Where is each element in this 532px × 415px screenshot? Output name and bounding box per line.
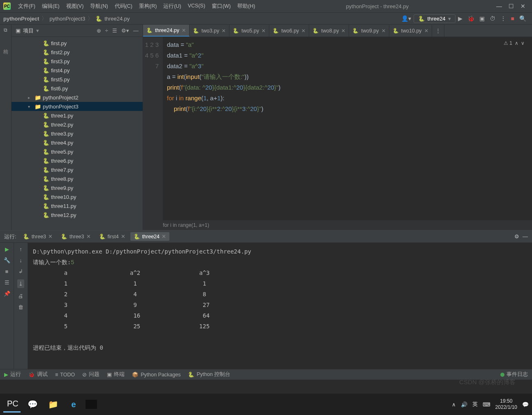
editor-tab[interactable]: 🐍three24.py✕ [143,25,190,37]
close-tab-icon[interactable]: ✕ [424,28,428,34]
tray-volume-icon[interactable]: 🔊 [461,401,467,408]
editor-breadcrumb[interactable]: for i in range(1, a+1) [143,220,532,230]
menu-item[interactable]: VCS(S) [185,2,208,11]
problems-indicator[interactable]: ⚠ 1∧∨ [504,40,525,46]
run-hide-icon[interactable]: — [523,233,528,240]
editor-tab[interactable]: 🐍two9.py✕ [349,25,389,37]
breadcrumb-item[interactable]: pythonProject3 [49,16,85,22]
debug-button[interactable]: 🐞 [467,15,474,22]
close-tab-icon[interactable]: ✕ [341,28,345,34]
py-file-item[interactable]: 🐍first.py [12,39,143,48]
down-icon[interactable]: ↓ [19,257,22,263]
hide-icon[interactable]: — [133,28,139,34]
project-tree[interactable]: 🐍first.py🐍first2.py🐍first3.py🐍first4.py🐍… [12,37,143,230]
more-tabs[interactable]: ⋮ [432,25,444,37]
stop-icon[interactable]: ■ [5,268,9,274]
close-tab-icon[interactable]: ✕ [301,28,305,34]
menu-item[interactable]: 视图(V) [63,2,87,11]
menu-item[interactable]: 运行(U) [160,2,184,11]
py-file-item[interactable]: 🐍three6.py [12,156,143,165]
close-tab-icon[interactable]: ✕ [261,28,266,34]
py-file-item[interactable]: 🐍three9.py [12,183,143,192]
python-console-bottom-tab[interactable]: 🐍Python 控制台 [188,371,230,378]
run-console[interactable]: D:\python\python.exe D:/pythonProject/py… [28,243,532,369]
problems-bottom-tab[interactable]: ⊘问题 [82,371,99,378]
profile-button[interactable]: ⏱ [490,15,495,22]
taskbar-edge[interactable]: e [65,396,82,413]
py-file-item[interactable]: 🐍three10.py [12,192,143,201]
py-file-item[interactable]: 🐍three5.py [12,147,143,156]
terminal-bottom-tab[interactable]: ▣终端 [107,371,125,378]
minimize-button[interactable]: — [496,3,502,9]
breadcrumb-item[interactable]: three24.py [104,16,130,22]
folder-item[interactable]: ▾📁pythonProject3 [12,102,143,111]
tray-expand-icon[interactable]: ∧ [452,401,456,408]
pin-icon[interactable]: 📌 [4,290,10,297]
settings-icon[interactable]: ⚙▾ [121,28,129,34]
py-file-item[interactable]: 🐍first4.py [12,66,143,75]
run-tab[interactable]: 🐍three3✕ [20,232,56,241]
debug-bottom-tab[interactable]: 🐞调试 [28,371,48,378]
run-config-selector[interactable]: 🐍three24▾ [414,14,455,23]
menu-item[interactable]: 重构(R) [136,2,160,11]
close-tab-icon[interactable]: ✕ [222,28,226,34]
delete-icon[interactable]: 🗑 [18,304,23,310]
run-button[interactable]: ▶ [458,15,463,22]
scroll-to-end-icon[interactable]: ⤓ [17,279,24,288]
menu-item[interactable]: 代码(C) [111,2,136,11]
collapse-all-icon[interactable]: ☰ [112,28,117,34]
project-tool-icon[interactable]: ⧉ [4,27,7,33]
py-file-item[interactable]: 🐍three12.py [12,210,143,219]
close-icon[interactable]: ✕ [86,233,91,240]
close-icon[interactable]: ✕ [162,233,166,240]
up-icon[interactable]: ↑ [19,246,22,252]
taskbar-wechat[interactable]: 💬 [24,396,41,413]
folder-item[interactable]: ▸📁pythonProject2 [12,93,143,102]
menu-item[interactable]: 帮助(H) [234,2,258,11]
event-log-tab[interactable]: 事件日志 [500,371,528,378]
taskbar-explorer[interactable]: 📁 [44,396,62,413]
code-editor[interactable]: 1 2 3 4 5 6 7 data = "a" data1 = "a^2" d… [143,37,532,220]
py-file-item[interactable]: 🐍fist6.py [12,84,143,93]
py-file-item[interactable]: 🐍three2.py [12,120,143,129]
rerun-icon[interactable]: ▶ [5,246,9,252]
close-button[interactable]: ✕ [520,3,525,9]
tray-ime[interactable]: 英 [472,401,478,408]
py-file-item[interactable]: 🐍three11.py [12,201,143,210]
editor-tab[interactable]: 🐍two6.py✕ [269,25,309,37]
menu-item[interactable]: 窗口(W) [208,2,234,11]
search-button[interactable]: 🔍 [519,15,526,22]
py-file-item[interactable]: 🐍first2.py [12,48,143,57]
print-icon[interactable]: 🖨 [18,293,23,299]
expand-all-icon[interactable]: ÷ [105,28,108,34]
close-tab-icon[interactable]: ✕ [382,28,386,34]
coverage-button[interactable]: ▣ [479,15,485,22]
wrench-icon[interactable]: 🔧 [4,257,10,263]
tray-keyboard-icon[interactable]: ⌨ [483,401,490,408]
editor-tab[interactable]: 🐍two10.py✕ [389,25,432,37]
py-file-item[interactable]: 🐍three1.py [12,111,143,120]
run-bottom-tab[interactable]: ▶运行 [4,371,21,378]
py-file-item[interactable]: 🐍three4.py [12,138,143,147]
user-icon[interactable]: 👤▾ [401,15,411,22]
python-packages-bottom-tab[interactable]: 📦Python Packages [132,371,180,378]
menu-item[interactable]: 文件(F) [15,2,39,11]
py-file-item[interactable]: 🐍three3.py [12,129,143,138]
py-file-item[interactable]: 🐍three8.py [12,174,143,183]
py-file-item[interactable]: 🐍first3.py [12,57,143,66]
filter-icon[interactable]: ☰ [5,279,9,286]
close-tab-icon[interactable]: ✕ [182,28,186,33]
breadcrumb-item[interactable]: pythonProject [3,16,39,22]
run-tab[interactable]: 🐍three24✕ [130,232,169,241]
taskbar-clock[interactable]: 19:502022/1/10 [495,398,517,410]
stop-button[interactable]: ■ [511,15,514,22]
select-opened-file-icon[interactable]: ⊕ [97,28,101,34]
tray-notifications-icon[interactable]: 💬 [522,401,529,408]
close-icon[interactable]: ✕ [48,233,53,240]
taskbar-cmd[interactable] [86,400,97,409]
maximize-button[interactable]: ☐ [509,3,514,9]
code-content[interactable]: data = "a" data1 = "a^2" data2 = "a^3" a… [163,37,532,220]
editor-tab[interactable]: 🐍two8.py✕ [309,25,349,37]
editor-tab[interactable]: 🐍two5.py✕ [229,25,269,37]
close-icon[interactable]: ✕ [121,233,125,240]
